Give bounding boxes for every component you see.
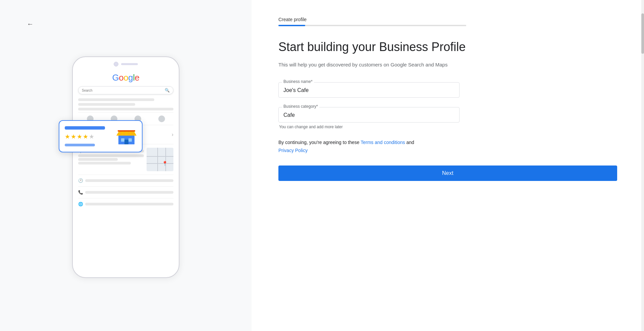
back-button[interactable]: ← — [27, 20, 34, 28]
svg-rect-2 — [128, 138, 132, 142]
ph-line-2 — [78, 103, 135, 106]
phone-web-section: 🌐 — [78, 198, 173, 210]
chevron-right-icon: › — [172, 132, 173, 138]
page-subtitle: This will help you get discovered by cus… — [278, 61, 460, 69]
clock-icon: 🕐 — [78, 178, 83, 183]
business-category-group: Business category* You can change and ad… — [278, 107, 460, 129]
business-name-wrapper[interactable]: Business name* — [278, 82, 460, 98]
business-name-label: Business name* — [282, 79, 314, 84]
store-icon — [116, 126, 137, 146]
business-name-group: Business name* — [278, 82, 460, 98]
business-name-input[interactable] — [283, 85, 454, 95]
category-hint: You can change and add more later — [278, 125, 460, 129]
business-category-label: Business category* — [282, 104, 319, 109]
star-1: ★ — [65, 133, 70, 140]
progress-section: Create profile — [278, 17, 617, 26]
svg-rect-3 — [124, 140, 128, 144]
progress-fill — [278, 25, 305, 26]
phone-map-thumbnail: 📍 — [147, 148, 173, 171]
phone-speaker — [121, 63, 138, 65]
phone-hours-section: 🕐 — [78, 175, 173, 186]
next-button[interactable]: Next — [278, 166, 617, 181]
ph-line-3 — [78, 108, 173, 110]
map-pin-icon: 📍 — [162, 161, 167, 166]
business-card-popup: ★ ★ ★ ★ ★ — [59, 120, 143, 152]
legal-conjunction: and — [405, 140, 414, 145]
star-4: ★ — [83, 133, 88, 140]
card-title-bar — [65, 126, 105, 130]
business-category-wrapper[interactable]: Business category* — [278, 107, 460, 123]
right-panel: Create profile Start building your Busin… — [252, 0, 644, 331]
business-category-input[interactable] — [283, 110, 454, 120]
page-title: Start building your Business Profile — [278, 40, 617, 54]
progress-label: Create profile — [278, 17, 617, 22]
svg-marker-4 — [116, 131, 137, 136]
legal-text: By continuing, you're agreeing to these … — [278, 139, 453, 155]
phone-search-bar: 🔍 — [78, 86, 173, 94]
privacy-link[interactable]: Privacy Policy — [278, 148, 308, 153]
scrollbar-thumb[interactable] — [641, 13, 644, 54]
legal-prefix: By continuing, you're agreeing to these — [278, 140, 361, 145]
progress-bar — [278, 25, 466, 26]
scrollbar-track — [641, 0, 644, 331]
star-rating: ★ ★ ★ ★ ★ — [65, 133, 112, 140]
svg-rect-9 — [118, 130, 135, 132]
phone-illustration: ★ ★ ★ ★ ★ — [69, 56, 183, 285]
phone-icon: 📞 — [78, 190, 83, 195]
google-logo: Google — [78, 73, 173, 83]
star-3: ★ — [77, 133, 82, 140]
phone-camera — [114, 62, 118, 66]
phone-tab-share — [158, 115, 165, 122]
ph-line-1 — [78, 98, 154, 101]
star-2: ★ — [71, 133, 76, 140]
phone-phone-section: 📞 — [78, 186, 173, 198]
globe-icon: 🌐 — [78, 202, 83, 206]
card-sub-bar — [65, 144, 95, 146]
phone-search-input — [82, 89, 165, 92]
phone-frame: Google 🔍 — [72, 56, 179, 278]
star-5: ★ — [89, 133, 94, 140]
left-panel: ← ★ ★ ★ ★ ★ — [0, 0, 252, 331]
phone-search-icon: 🔍 — [165, 88, 170, 93]
svg-rect-1 — [121, 138, 124, 142]
terms-link[interactable]: Terms and conditions — [361, 140, 405, 145]
